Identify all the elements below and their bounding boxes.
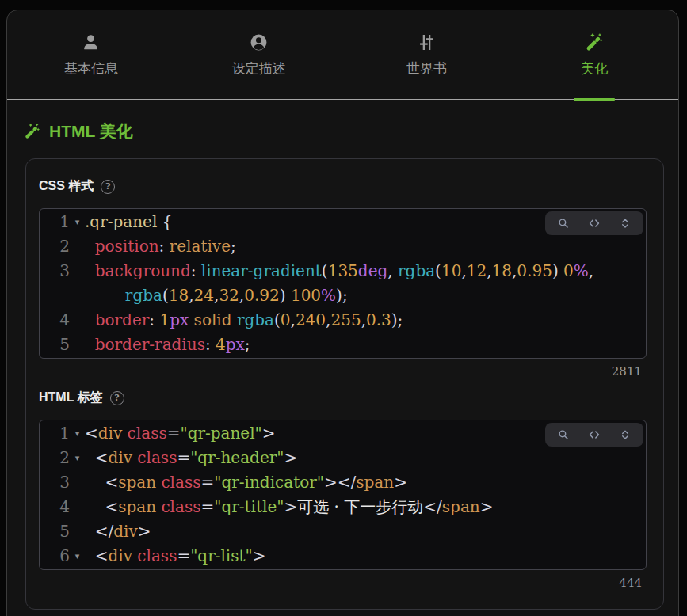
format-code-button[interactable] <box>588 428 601 441</box>
html-tag-label: HTML 标签 <box>39 390 103 406</box>
line-number: 3 <box>40 470 70 495</box>
search-button[interactable] <box>557 428 570 441</box>
tab-beautify[interactable]: 美化 <box>510 10 678 99</box>
code-line[interactable]: 6▾ <div class="qr-list"> <box>40 544 646 568</box>
tab-label: 美化 <box>581 59 608 78</box>
code-line[interactable]: 3 background: linear-gradient(135deg, rg… <box>40 259 646 283</box>
expand-icon <box>619 428 632 441</box>
html-editor-toolbar <box>545 423 643 447</box>
css-char-count: 2811 <box>39 364 642 378</box>
code-line-text: <div class="qr-header"> <box>85 446 646 470</box>
code-line[interactable]: 5 </div> <box>40 519 646 544</box>
code-line[interactable]: 2▾ <div class="qr-header"> <box>40 446 646 470</box>
line-number: 2 <box>40 234 70 259</box>
code-icon <box>588 428 601 441</box>
code-line[interactable]: 3 <span class="qr-indicator"></span> <box>40 470 646 495</box>
person-icon <box>81 32 101 52</box>
code-line[interactable]: 4 <span class="qr-title">可选 · 下一步行动</spa… <box>40 495 646 519</box>
line-number: 1 <box>40 210 70 234</box>
code-line-text: rgba(18,24,32,0.92) 100%); <box>85 283 646 308</box>
line-number: 4 <box>40 495 70 519</box>
code-line[interactable]: 4 border: 1px solid rgba(0,240,255,0.3); <box>40 308 646 333</box>
css-code-editor[interactable]: 1▾.qr-panel {2 position: relative;3 back… <box>39 208 647 359</box>
magic-wand-icon <box>585 32 605 52</box>
beautify-tab-content: HTML 美化 CSS 样式 ? 1▾.qr-panel {2 position… <box>7 100 678 610</box>
fold-gutter <box>70 234 85 259</box>
tab-worldbook[interactable]: 世界书 <box>343 10 511 99</box>
page-title: HTML 美化 <box>24 120 666 143</box>
line-number: 1 <box>40 421 70 446</box>
sliders-icon <box>417 32 437 52</box>
expand-editor-button[interactable] <box>619 428 632 441</box>
line-number: 6 <box>40 544 70 568</box>
fold-gutter <box>70 495 85 519</box>
fold-arrow-icon[interactable]: ▾ <box>70 421 85 446</box>
line-number: 2 <box>40 446 70 470</box>
tab-basic-info[interactable]: 基本信息 <box>7 10 175 99</box>
css-style-field-label: CSS 样式 ? <box>39 178 647 195</box>
search-button[interactable] <box>557 217 570 230</box>
character-editor-window: 基本信息 设定描述 世界书 美化 HTML 美化 CSS 样式 ? 1 <box>6 10 679 616</box>
code-line-text: </div> <box>85 519 646 544</box>
code-line[interactable]: 2 position: relative; <box>40 234 646 259</box>
code-line-text: border-radius: 4px; <box>85 333 646 357</box>
fold-gutter <box>70 283 85 308</box>
tab-description[interactable]: 设定描述 <box>175 10 343 99</box>
fold-gutter <box>70 470 85 495</box>
help-icon[interactable]: ? <box>110 391 124 405</box>
tab-bar: 基本信息 设定描述 世界书 美化 <box>7 10 678 100</box>
fold-gutter <box>70 333 85 357</box>
page-title-text: HTML 美化 <box>49 120 133 143</box>
code-line-text: <span class="qr-indicator"></span> <box>85 470 646 495</box>
fold-gutter <box>70 259 85 283</box>
active-tab-indicator <box>574 98 615 101</box>
expand-icon <box>619 217 632 230</box>
fold-arrow-icon[interactable]: ▾ <box>70 210 85 234</box>
search-icon <box>557 217 570 230</box>
beautify-panel: CSS 样式 ? 1▾.qr-panel {2 position: relati… <box>25 158 664 610</box>
code-line-text: border: 1px solid rgba(0,240,255,0.3); <box>85 308 646 333</box>
css-style-label: CSS 样式 <box>39 178 94 195</box>
code-line-text: position: relative; <box>85 234 646 259</box>
fold-arrow-icon[interactable]: ▾ <box>70 446 85 470</box>
tab-label: 世界书 <box>406 59 447 78</box>
code-line-text: <span class="qr-title">可选 · 下一步行动</span> <box>85 495 646 519</box>
line-number: 5 <box>40 519 70 544</box>
html-char-count: 444 <box>39 576 642 590</box>
fold-arrow-icon[interactable]: ▾ <box>70 544 85 568</box>
person-circle-icon <box>249 32 269 52</box>
search-icon <box>557 428 570 441</box>
code-line[interactable]: 5 border-radius: 4px; <box>40 333 646 357</box>
line-number: 5 <box>40 333 70 357</box>
expand-editor-button[interactable] <box>619 217 632 230</box>
css-editor-toolbar <box>545 211 643 235</box>
magic-wand-icon <box>24 123 41 140</box>
tab-label: 设定描述 <box>232 59 286 78</box>
fold-gutter <box>70 308 85 333</box>
help-icon[interactable]: ? <box>101 180 115 194</box>
code-line-text: <div class="qr-list"> <box>85 544 646 568</box>
fold-gutter <box>70 519 85 544</box>
code-line-text: background: linear-gradient(135deg, rgba… <box>85 259 646 283</box>
tab-label: 基本信息 <box>64 59 118 78</box>
format-code-button[interactable] <box>588 217 601 230</box>
code-icon <box>588 217 601 230</box>
line-number: 3 <box>40 259 70 283</box>
line-number <box>40 283 70 308</box>
code-line[interactable]: rgba(18,24,32,0.92) 100%); <box>40 283 646 308</box>
line-number: 4 <box>40 308 70 333</box>
html-code-editor[interactable]: 1▾<div class="qr-panel">2▾ <div class="q… <box>39 420 647 570</box>
html-tag-field-label: HTML 标签 ? <box>39 390 647 406</box>
